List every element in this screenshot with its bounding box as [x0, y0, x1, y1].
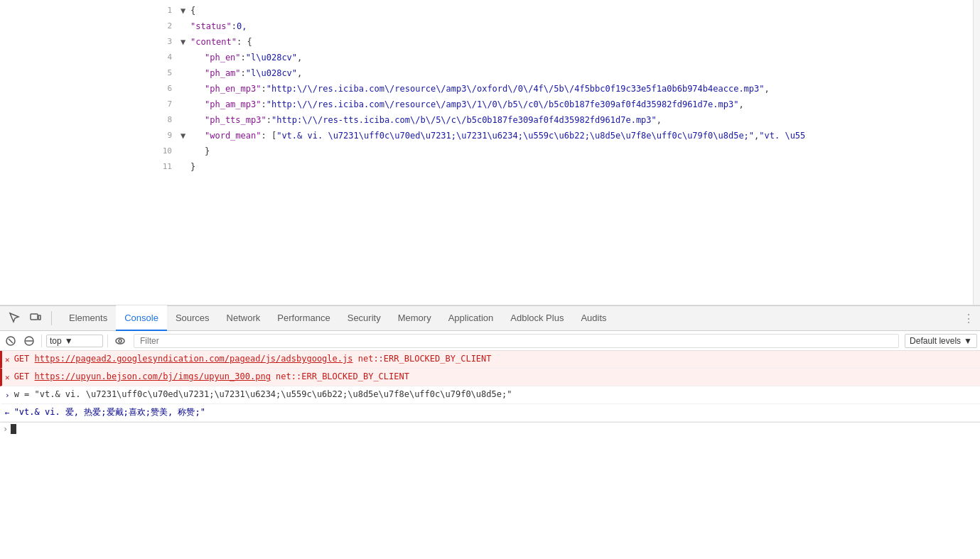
tab-adblock[interactable]: Adblock Plus: [502, 305, 572, 331]
result-arrow-1: ←: [5, 407, 10, 420]
json-line-9: 9 ▼ "word_mean" : [ "vt.& vi. \u7231\uff…: [156, 128, 973, 143]
tab-network[interactable]: Network: [218, 305, 269, 331]
tab-application[interactable]: Application: [440, 305, 502, 331]
tab-memory[interactable]: Memory: [389, 305, 440, 331]
svg-point-6: [116, 338, 124, 344]
json-line-3: 3 ▼ "content" : {: [156, 34, 973, 50]
tab-audits[interactable]: Audits: [572, 305, 615, 331]
tab-elements[interactable]: Elements: [60, 305, 116, 331]
error-url-2[interactable]: https://upyun.bejson.com/bj/imgs/upyun_3…: [35, 371, 271, 381]
svg-line-3: [9, 339, 13, 343]
filter-area[interactable]: [134, 334, 899, 348]
json-line-4: 4 "ph_en" : "l\u028cv" ,: [156, 50, 973, 65]
console-error-2: ✕ GET https://upyun.bejson.com/bj/imgs/u…: [0, 369, 980, 386]
console-prompt: ›: [3, 424, 8, 434]
toolbar-divider-1: [41, 335, 42, 347]
console-messages: ✕ GET https://pagead2.googlesyndication.…: [0, 351, 980, 559]
json-content: 1 ▼ { 2 "status" : 0, 3 ▼ "content" : { …: [156, 0, 973, 305]
devtools-settings-icon[interactable]: ⋮: [957, 312, 980, 325]
console-error-1: ✕ GET https://pagead2.googlesyndication.…: [0, 351, 980, 369]
filter-input[interactable]: [137, 335, 895, 347]
output-arrow-1: ›: [5, 389, 10, 402]
tab-performance[interactable]: Performance: [269, 305, 338, 331]
svg-point-7: [119, 340, 122, 342]
console-output-1: › w = "vt.& vi. \u7231\uff0c\u70ed\u7231…: [0, 386, 980, 404]
inspect-element-icon[interactable]: [6, 310, 23, 327]
json-viewer: 1 ▼ { 2 "status" : 0, 3 ▼ "content" : { …: [0, 0, 980, 305]
levels-selector[interactable]: Default levels ▼: [905, 334, 977, 348]
clear-console-button[interactable]: [3, 335, 18, 347]
json-line-5: 5 "ph_am" : "l\u028cv" ,: [156, 65, 973, 81]
devtools-tab-bar: Elements Console Sources Network Perform…: [0, 305, 980, 331]
svg-rect-1: [38, 315, 41, 320]
tab-divider: [51, 311, 52, 325]
error-icon-1: ✕: [5, 354, 10, 367]
tab-console[interactable]: Console: [116, 305, 167, 331]
tab-security[interactable]: Security: [339, 305, 389, 331]
console-toolbar: top ▼ Default levels ▼: [0, 331, 980, 351]
json-line-2: 2 "status" : 0,: [156, 18, 973, 34]
console-result-1: ← "vt.& vi. 爱, 热爱;爱戴;喜欢;赞美, 称赞;": [0, 404, 980, 422]
error-icon-2: ✕: [5, 371, 10, 384]
json-line-10: 10 }: [156, 143, 973, 159]
json-scrollbar[interactable]: [973, 0, 980, 305]
json-line-6: 6 "ph_en_mp3" : "http:\/\/res.iciba.com\…: [156, 81, 973, 97]
console-input-row[interactable]: ›: [0, 422, 980, 435]
json-line-7: 7 "ph_am_mp3" : "http:\/\/res.iciba.com\…: [156, 97, 973, 112]
toolbar-divider-2: [107, 335, 108, 347]
tab-sources[interactable]: Sources: [167, 305, 218, 331]
json-line-11: 11 }: [156, 159, 973, 175]
json-line-1: 1 ▼ {: [156, 3, 973, 18]
eye-icon[interactable]: [112, 335, 128, 347]
devtools-icon-group: [0, 310, 60, 327]
error-url-1[interactable]: https://pagead2.googlesyndication.com/pa…: [35, 354, 353, 364]
block-requests-button[interactable]: [21, 335, 37, 347]
device-toolbar-icon[interactable]: [27, 310, 44, 327]
svg-rect-0: [31, 314, 38, 320]
console-cursor: [11, 424, 16, 434]
json-line-8: 8 "ph_tts_mp3" : "http:\/\/res-tts.iciba…: [156, 112, 973, 128]
context-selector[interactable]: top ▼: [46, 335, 103, 347]
